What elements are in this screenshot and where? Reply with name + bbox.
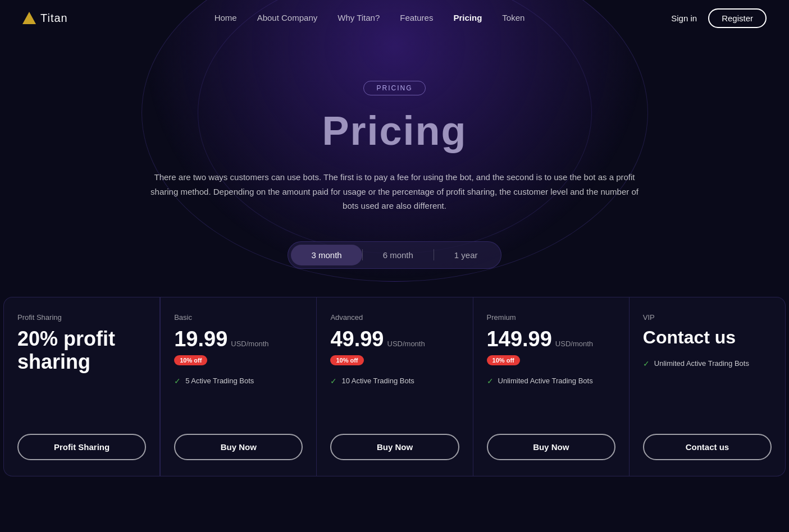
nav-about[interactable]: About Company	[257, 13, 318, 22]
check-icon-3: ✓	[487, 377, 494, 386]
card-premium-feature: ✓ Unlimited Active Trading Bots	[487, 377, 615, 386]
check-icon-2: ✓	[330, 377, 337, 386]
card-vip-feature: ✓ Unlimited Active Trading Bots	[643, 359, 772, 368]
pricing-description: There are two ways customers can use bot…	[142, 170, 647, 213]
register-button[interactable]: Register	[708, 8, 767, 28]
nav-links: Home About Company Why Titan? Features P…	[215, 13, 525, 23]
card-advanced-discount: 10% off	[330, 355, 363, 365]
period-toggle: 3 month 6 month 1 year	[288, 241, 501, 269]
main-content: PRICING Pricing There are two ways custo…	[0, 36, 789, 297]
period-3month[interactable]: 3 month	[291, 245, 362, 265]
card-basic-unit: USD/month	[231, 340, 268, 348]
card-vip-price: Contact us	[643, 327, 772, 348]
check-icon: ✓	[174, 377, 181, 386]
card-premium-price: 149.99	[487, 327, 552, 351]
advanced-buy-button[interactable]: Buy Now	[330, 434, 459, 460]
nav-why[interactable]: Why Titan?	[338, 13, 380, 22]
logo-icon	[22, 12, 36, 24]
nav-token[interactable]: Token	[502, 13, 525, 22]
period-6month[interactable]: 6 month	[363, 245, 434, 265]
profit-sharing-button[interactable]: Profit Sharing	[17, 434, 146, 460]
premium-buy-button[interactable]: Buy Now	[487, 434, 615, 460]
basic-buy-button[interactable]: Buy Now	[174, 434, 303, 460]
card-advanced-feature: ✓ 10 Active Trading Bots	[330, 377, 459, 386]
nav-home[interactable]: Home	[215, 13, 237, 22]
card-profit-sharing-price: 20% profitsharing	[17, 327, 146, 374]
pricing-badge: PRICING	[363, 81, 425, 95]
period-1year[interactable]: 1 year	[434, 245, 498, 265]
vip-contact-button[interactable]: Contact us	[643, 434, 772, 460]
logo-text: Titan	[40, 12, 68, 25]
card-advanced-price: 49.99	[330, 327, 384, 351]
pricing-title: Pricing	[0, 109, 789, 153]
nav-features[interactable]: Features	[400, 13, 433, 22]
nav-actions: Sign in Register	[671, 8, 767, 28]
signin-button[interactable]: Sign in	[671, 13, 697, 23]
card-basic-discount: 10% off	[174, 355, 207, 365]
card-advanced-unit: USD/month	[387, 340, 425, 348]
card-premium-discount: 10% off	[487, 355, 520, 365]
card-premium-unit: USD/month	[555, 340, 593, 348]
check-icon-4: ✓	[643, 359, 650, 368]
card-basic-feature: ✓ 5 Active Trading Bots	[174, 377, 303, 386]
logo[interactable]: Titan	[22, 12, 68, 25]
card-basic-price: 19.99	[174, 327, 227, 351]
nav-pricing[interactable]: Pricing	[453, 13, 482, 22]
navbar: Titan Home About Company Why Titan? Feat…	[0, 0, 789, 36]
